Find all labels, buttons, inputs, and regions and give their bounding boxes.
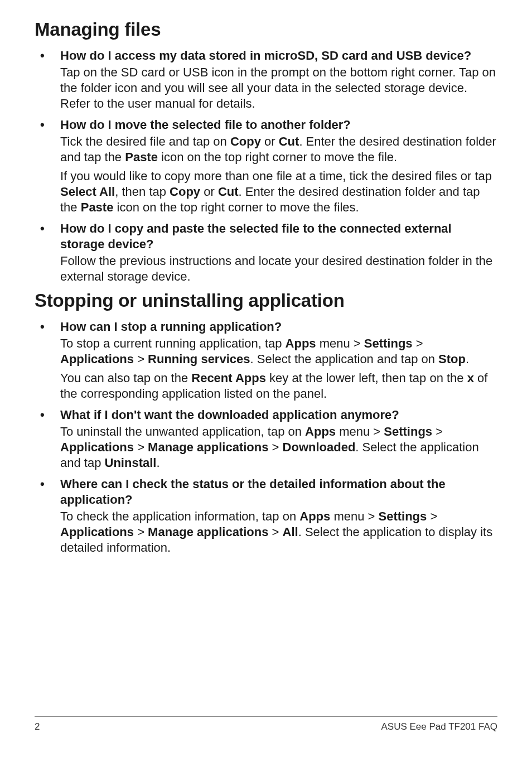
bold-text: Recent Apps <box>191 371 266 385</box>
section: Stopping or uninstalling applicationHow … <box>35 290 497 556</box>
product-name: ASUS Eee Pad TF201 FAQ <box>381 721 497 732</box>
faq-answer: If you would like to copy more than one … <box>60 168 497 215</box>
bold-text: Applications <box>60 525 134 539</box>
bold-text: Apps <box>299 509 330 523</box>
text: Tap on the SD card or USB icon in the pr… <box>60 65 496 110</box>
text: You can also tap on the <box>60 371 191 385</box>
faq-list: How can I stop a running application?To … <box>35 319 497 556</box>
faq-question: How do I copy and paste the selected fil… <box>60 221 497 252</box>
section-heading: Stopping or uninstalling application <box>35 290 497 311</box>
faq-question: Where can I check the status or the deta… <box>60 476 497 508</box>
bold-text: Copy <box>230 134 261 148</box>
faq-list: How do I access my data stored in microS… <box>35 48 497 285</box>
faq-item: How can I stop a running application?To … <box>35 319 497 402</box>
bold-text: Apps <box>305 425 336 438</box>
text: > <box>427 509 437 523</box>
text: > <box>134 440 148 454</box>
faq-answer: Tick the desired file and tap on Copy or… <box>60 134 497 165</box>
bold-text: Paste <box>81 200 114 214</box>
content-area: Managing filesHow do I access my data st… <box>35 19 497 556</box>
page-number: 2 <box>35 721 40 732</box>
text: or <box>261 134 279 148</box>
bold-text: Copy <box>170 185 200 199</box>
bold-text: Stop <box>438 352 466 366</box>
text: > <box>413 336 423 350</box>
text: icon on the top right corner to move the… <box>113 200 359 214</box>
text: menu > <box>330 509 378 523</box>
page-footer: 2 ASUS Eee Pad TF201 FAQ <box>35 716 497 732</box>
text: > <box>134 352 148 366</box>
text: > <box>268 525 282 539</box>
bold-text: Manage applications <box>148 440 268 454</box>
text: To uninstall the unwanted application, t… <box>60 425 305 438</box>
faq-question: How do I move the selected file to anoth… <box>60 117 497 133</box>
bold-text: x <box>467 371 474 385</box>
text: or <box>200 185 218 199</box>
text: > <box>432 425 443 438</box>
faq-answer: To uninstall the unwanted application, t… <box>60 424 497 471</box>
faq-item: How do I copy and paste the selected fil… <box>35 221 497 285</box>
faq-item: How do I access my data stored in microS… <box>35 48 497 112</box>
text: icon on the top right corner to move the… <box>158 150 397 164</box>
faq-answer: Follow the previous instructions and loc… <box>60 253 497 285</box>
faq-item: How do I move the selected file to anoth… <box>35 117 497 215</box>
text: . <box>156 456 159 470</box>
faq-item: Where can I check the status or the deta… <box>35 476 497 556</box>
text: menu > <box>316 336 364 350</box>
faq-answer: Tap on the SD card or USB icon in the pr… <box>60 65 497 112</box>
bold-text: Uninstall <box>105 456 157 470</box>
text: To check the application information, ta… <box>60 509 299 523</box>
faq-question: How can I stop a running application? <box>60 319 497 335</box>
faq-item: What if I don't want the downloaded appl… <box>35 407 497 471</box>
section-heading: Managing files <box>35 19 497 40</box>
bold-text: All <box>283 525 298 539</box>
text: . Select the application and tap on <box>250 352 438 366</box>
bold-text: Settings <box>378 509 427 523</box>
faq-answer: To check the application information, ta… <box>60 509 497 556</box>
bold-text: Settings <box>384 425 432 438</box>
faq-answer: You can also tap on the Recent Apps key … <box>60 370 497 402</box>
text: menu > <box>336 425 384 438</box>
bold-text: Downloaded <box>283 440 356 454</box>
text: Follow the previous instructions and loc… <box>60 254 492 283</box>
bold-text: Applications <box>60 440 134 454</box>
bold-text: Cut <box>218 185 239 199</box>
bold-text: Select All <box>60 185 115 199</box>
text: > <box>134 525 148 539</box>
bold-text: Manage applications <box>148 525 268 539</box>
text: > <box>268 440 282 454</box>
faq-question: How do I access my data stored in microS… <box>60 48 497 64</box>
bold-text: Running services <box>148 352 250 366</box>
bold-text: Applications <box>60 352 134 366</box>
page: Managing filesHow do I access my data st… <box>0 0 532 757</box>
text: , then tap <box>115 185 170 199</box>
faq-answer: To stop a current running application, t… <box>60 336 497 367</box>
bold-text: Settings <box>364 336 413 350</box>
bold-text: Apps <box>286 336 316 350</box>
text: . <box>466 352 469 366</box>
text: key at the lower left, then tap on the <box>266 371 467 385</box>
bold-text: Paste <box>125 150 158 164</box>
bold-text: Cut <box>279 134 299 148</box>
text: Tick the desired file and tap on <box>60 134 230 148</box>
faq-question: What if I don't want the downloaded appl… <box>60 407 497 423</box>
text: If you would like to copy more than one … <box>60 169 492 183</box>
section: Managing filesHow do I access my data st… <box>35 19 497 285</box>
text: To stop a current running application, t… <box>60 336 286 350</box>
